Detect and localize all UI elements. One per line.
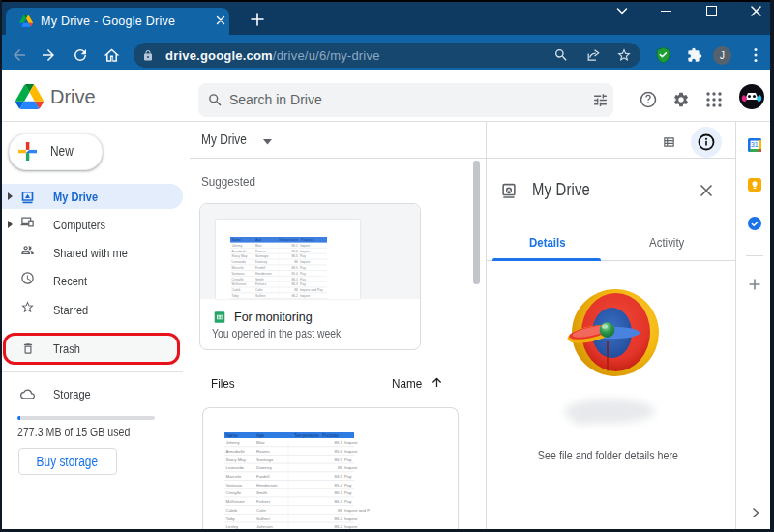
svg-text:Pay: Pay [344,490,352,495]
svg-text:85.6: 85.6 [334,448,342,453]
svg-text:Age: Age [255,238,261,242]
svg-text:Inquire: Inquire [300,244,310,248]
svg-text:Inquire: Inquire [344,448,358,453]
svg-text:86: 86 [338,507,342,512]
svg-text:Cristylle: Cristylle [232,278,244,281]
svg-text:Inquire: Inquire [300,250,310,253]
svg-text:Reams: Reams [256,448,271,453]
svg-text:Pay: Pay [300,272,306,276]
svg-text:Annabelle: Annabelle [232,250,247,253]
svg-text:Caleb: Caleb [225,507,237,512]
svg-text:31: 31 [751,141,759,148]
svg-text:Leonardo: Leonardo [225,465,244,470]
svg-text:Pay: Pay [300,254,306,258]
svg-text:Age: Age [256,432,265,437]
svg-text:Lesley: Lesley [225,524,238,529]
svg-text:Henderson: Henderson [255,272,272,276]
svg-text:Inquire: Inquire [344,465,358,470]
svg-text:Pay: Pay [300,266,306,270]
svg-text:Santiago: Santiago [256,457,274,461]
svg-text:Johnson: Johnson [256,524,273,529]
svg-text:86.3: 86.3 [291,282,298,286]
svg-text:Temperature: Temperature [279,238,298,242]
svg-text:Caleb: Caleb [232,288,241,292]
svg-text:Downey: Downey [256,465,273,470]
svg-text:Inquire: Inquire [344,516,358,520]
svg-text:Purpose: Purpose [322,432,340,437]
svg-text:84.5: 84.5 [334,474,342,479]
svg-text:86.2: 86.2 [334,516,342,520]
svg-text:Colin: Colin [256,507,267,512]
svg-text:86.3: 86.3 [334,499,342,504]
svg-text:84.5: 84.5 [291,266,298,270]
svg-text:Blair: Blair [255,244,263,248]
svg-text:Marcelo: Marcelo [225,474,241,479]
svg-text:86.2: 86.2 [291,294,298,298]
svg-text:Inquire and Pay: Inquire and Pay [344,507,370,512]
svg-text:Cristylle: Cristylle [225,490,241,495]
svg-text:86: 86 [338,465,342,470]
svg-text:Stacy May: Stacy May [232,254,248,258]
svg-text:Toby: Toby [232,294,239,298]
svg-text:Pay: Pay [300,282,306,286]
svg-text:Downey: Downey [255,260,268,264]
svg-text:Inquire and Pay: Inquire and Pay [300,288,323,292]
svg-text:Marcelo: Marcelo [232,266,244,270]
svg-text:Inquire: Inquire [300,294,310,298]
svg-text:86.5: 86.5 [291,254,298,258]
svg-text:86.1: 86.1 [291,278,298,281]
svg-text:McKenzie: McKenzie [225,499,245,504]
svg-text:Furdell: Furdell [255,266,266,270]
svg-text:85.4: 85.4 [334,482,342,487]
svg-text:Pay: Pay [300,278,306,281]
svg-text:86.2: 86.2 [334,524,342,529]
svg-text:Vantasia: Vantasia [225,482,242,487]
svg-text:Inquire: Inquire [300,260,310,264]
svg-text:Smith: Smith [255,278,264,281]
svg-text:Fishers: Fishers [255,282,266,286]
svg-text:Name: Name [232,238,242,242]
svg-text:85.4: 85.4 [291,272,298,276]
svg-text:Temperature: Temperature [294,432,319,437]
svg-text:Reams: Reams [255,250,266,253]
svg-text:Pay: Pay [344,482,352,487]
svg-text:Henderson: Henderson [256,482,278,487]
svg-text:86.1: 86.1 [291,244,298,248]
svg-text:Stacy May: Stacy May [225,457,246,461]
svg-text:Inquire: Inquire [344,524,358,529]
svg-text:Name: Name [225,432,238,437]
svg-text:Blair: Blair [256,440,265,445]
svg-text:Santiago: Santiago [255,254,268,258]
svg-text:Purpose: Purpose [301,238,313,242]
svg-text:Toby: Toby [225,516,235,520]
svg-text:Johnny: Johnny [232,244,243,248]
svg-text:Colin: Colin [255,288,263,292]
svg-text:Johnny: Johnny [225,440,240,445]
svg-text:Inquire: Inquire [344,440,358,445]
svg-text:86: 86 [294,260,298,264]
svg-text:McKenzie: McKenzie [232,282,247,286]
svg-text:86.5: 86.5 [334,457,342,461]
svg-text:Pay: Pay [344,457,352,461]
svg-text:Sulheri: Sulheri [256,516,270,520]
svg-text:Smith: Smith [256,490,268,495]
svg-text:Fishers: Fishers [256,499,271,504]
svg-text:Vantasia: Vantasia [232,272,245,276]
svg-text:Sulheri: Sulheri [255,294,266,298]
svg-text:Annabelle: Annabelle [225,448,245,453]
svg-text:Pay: Pay [344,499,352,504]
svg-text:86.1: 86.1 [334,440,342,445]
svg-text:Furdell: Furdell [256,474,269,479]
svg-text:Pay: Pay [344,474,352,479]
svg-text:86: 86 [294,288,298,292]
svg-text:Leonardo: Leonardo [232,260,246,264]
svg-text:85.6: 85.6 [291,250,298,253]
svg-text:86.1: 86.1 [334,490,342,495]
